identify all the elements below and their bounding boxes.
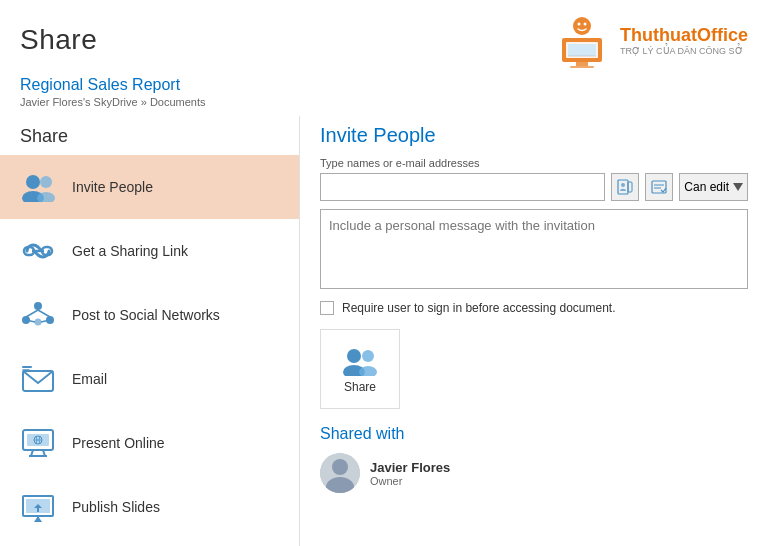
svg-point-6 <box>584 23 587 26</box>
logo-text-area: ThuthuatOffice TRỢ LÝ CỦA DÂN CÔNG SỞ <box>620 25 748 56</box>
sidebar: Share Invite People <box>0 116 300 546</box>
logo-tagline: TRỢ LÝ CỦA DÂN CÔNG SỞ <box>620 46 748 56</box>
sidebar-item-label-publish: Publish Slides <box>72 499 160 515</box>
svg-point-11 <box>40 176 52 188</box>
sidebar-title: Share <box>0 116 299 155</box>
logo-icon <box>548 10 616 70</box>
document-info: Regional Sales Report Javier Flores's Sk… <box>0 76 768 116</box>
svg-line-19 <box>26 310 38 317</box>
main-layout: Share Invite People <box>0 116 768 546</box>
shared-with-title: Shared with <box>320 425 748 443</box>
logo-brand: ThuthuatOffice <box>620 25 748 46</box>
invite-input-row: Can edit <box>320 173 748 201</box>
sidebar-item-label-social: Post to Social Networks <box>72 307 220 323</box>
breadcrumb-separator: » <box>141 96 150 108</box>
svg-rect-2 <box>576 62 588 66</box>
svg-rect-7 <box>568 44 596 56</box>
sidebar-item-invite-people[interactable]: Invite People <box>0 155 299 219</box>
share-button-label: Share <box>344 380 376 394</box>
sharing-link-icon <box>20 233 56 269</box>
svg-point-9 <box>26 175 40 189</box>
sidebar-item-label-email: Email <box>72 371 107 387</box>
can-edit-dropdown[interactable]: Can edit <box>679 173 748 201</box>
page-title-area: Share <box>20 24 97 56</box>
page-title: Share <box>20 24 97 56</box>
person-role: Owner <box>370 475 450 487</box>
svg-point-5 <box>578 23 581 26</box>
breadcrumb-folder: Documents <box>150 96 206 108</box>
sidebar-item-sharing-link[interactable]: Get a Sharing Link <box>0 219 299 283</box>
check-names-button[interactable] <box>645 173 673 201</box>
invite-email-input[interactable] <box>320 173 605 201</box>
logo-container: ThuthuatOffice TRỢ LÝ CỦA DÂN CÔNG SỞ <box>548 10 748 70</box>
person-info: Javier Flores Owner <box>370 460 450 487</box>
avatar <box>320 453 360 493</box>
svg-point-4 <box>573 17 591 35</box>
require-signin-checkbox[interactable] <box>320 301 334 315</box>
social-networks-icon <box>20 297 56 333</box>
personal-message-textarea[interactable] <box>320 209 748 289</box>
address-book-button[interactable] <box>611 173 639 201</box>
sidebar-item-present[interactable]: Present Online <box>0 411 299 475</box>
top-bar: Share ThuthuatOffice TRỢ LÝ CỦA <box>0 0 768 76</box>
svg-point-47 <box>347 349 361 363</box>
sidebar-item-social[interactable]: Post to Social Networks <box>0 283 299 347</box>
invite-input-label: Type names or e-mail addresses <box>320 157 748 169</box>
sidebar-item-label-invite: Invite People <box>72 179 153 195</box>
sidebar-item-email[interactable]: Email <box>0 347 299 411</box>
present-online-icon <box>20 425 56 461</box>
svg-point-52 <box>332 459 348 475</box>
share-button[interactable]: Share <box>320 329 400 409</box>
can-edit-label: Can edit <box>684 180 729 194</box>
content-area: Invite People Type names or e-mail addre… <box>300 116 768 546</box>
svg-point-16 <box>34 302 42 310</box>
svg-point-42 <box>621 183 625 187</box>
invite-section-title: Invite People <box>320 124 748 147</box>
invite-people-icon <box>20 169 56 205</box>
sidebar-item-label-link: Get a Sharing Link <box>72 243 188 259</box>
svg-point-21 <box>35 319 42 326</box>
breadcrumb-user: Javier Flores's SkyDrive <box>20 96 138 108</box>
document-title: Regional Sales Report <box>20 76 748 94</box>
require-signin-label: Require user to sign in before accessing… <box>342 301 616 315</box>
document-breadcrumb: Javier Flores's SkyDrive » Documents <box>20 96 748 108</box>
require-signin-row: Require user to sign in before accessing… <box>320 301 748 315</box>
svg-marker-46 <box>733 183 743 191</box>
email-icon <box>20 361 56 397</box>
sidebar-item-publish[interactable]: Publish Slides <box>0 475 299 539</box>
svg-line-20 <box>38 310 50 317</box>
person-name: Javier Flores <box>370 460 450 475</box>
publish-slides-icon <box>20 489 56 525</box>
svg-point-49 <box>362 350 374 362</box>
sidebar-item-label-present: Present Online <box>72 435 165 451</box>
share-button-wrap: Share <box>320 329 748 409</box>
svg-rect-3 <box>570 66 594 68</box>
person-row: Javier Flores Owner <box>320 453 748 493</box>
